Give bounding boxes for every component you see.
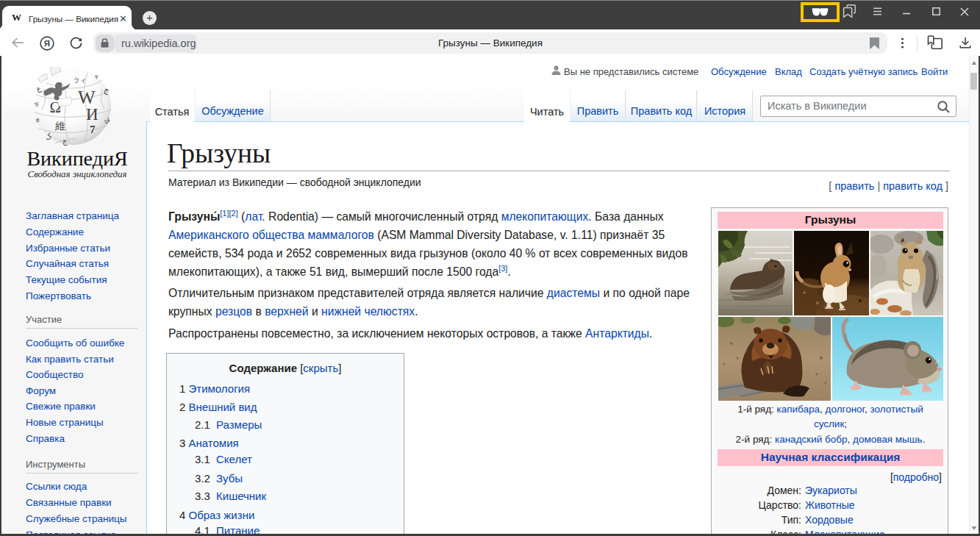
svg-text:Я: Я <box>44 39 50 48</box>
svg-text:ウィ: ウィ <box>73 76 86 84</box>
svg-text:7: 7 <box>90 124 96 135</box>
svg-text:ج: ج <box>62 137 68 146</box>
svg-text:И: И <box>86 105 99 124</box>
svg-text:維: 維 <box>55 121 65 132</box>
svg-text:W: W <box>78 87 96 107</box>
